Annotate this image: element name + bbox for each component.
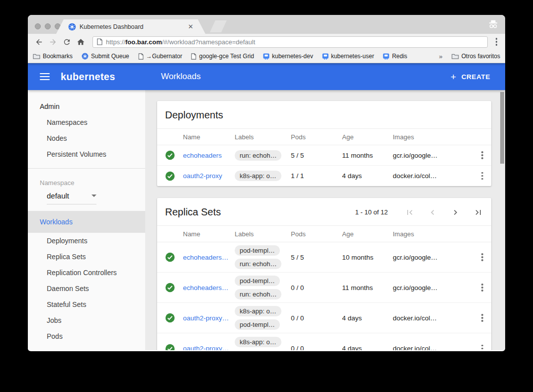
table-row: echoheaders… pod-templ… run: echoh… 5 / …	[157, 242, 491, 273]
sidebar-item-workloads[interactable]: Workloads	[28, 211, 145, 233]
close-window-icon[interactable]	[35, 23, 41, 29]
sidebar-item-stateful-sets[interactable]: Stateful Sets	[28, 296, 145, 312]
images-cell: gcr.io/google…	[393, 284, 473, 292]
status-ok-icon	[165, 283, 175, 293]
row-menu-icon[interactable]	[473, 151, 491, 159]
sidebar-item-daemon-sets[interactable]: Daemon Sets	[28, 281, 145, 296]
plus-icon: +	[450, 72, 456, 82]
reload-icon[interactable]	[61, 36, 73, 48]
previous-page-icon[interactable]	[428, 207, 438, 217]
sidebar-item-deployments[interactable]: Deployments	[28, 233, 145, 249]
replica-sets-title: Replica Sets	[165, 206, 221, 218]
row-menu-icon[interactable]	[473, 345, 491, 350]
incognito-icon	[488, 19, 499, 29]
back-icon[interactable]	[33, 36, 45, 48]
bookmark-test-grid[interactable]: google-gce Test Grid	[191, 53, 254, 60]
scrollbar-thumb[interactable]	[500, 92, 504, 164]
pods-cell: 0 / 0	[291, 314, 342, 322]
table-row: oauth2-proxy… k8s-app: o… pod-templ… 0 /…	[157, 333, 491, 350]
minimize-window-icon[interactable]	[45, 23, 51, 29]
resource-link[interactable]: oauth2-proxy…	[183, 345, 235, 350]
folder-icon	[451, 53, 459, 59]
page-title: Workloads	[161, 72, 201, 82]
bookmark-gubernator[interactable]: →Gubernator	[138, 53, 182, 60]
sidebar-item-pods[interactable]: Pods	[28, 328, 145, 344]
tab-strip: Kubernetes Dashboard ✕	[28, 15, 505, 34]
bookmarks-bar: Bookmarks Submit Queue →Gubernator googl…	[28, 50, 505, 63]
create-button[interactable]: + CREATE	[450, 72, 490, 82]
pagination: 1 - 10 of 12	[355, 207, 483, 217]
pods-cell: 5 / 5	[291, 254, 342, 261]
resource-link[interactable]: echoheaders	[183, 152, 235, 159]
age-cell: 10 months	[342, 254, 393, 261]
sidebar-item-replica-sets[interactable]: Replica Sets	[28, 249, 145, 265]
pods-cell: 0 / 0	[291, 284, 342, 292]
groups-icon	[263, 53, 269, 60]
resource-link[interactable]: echoheaders…	[183, 254, 235, 261]
url-text[interactable]: https://foo.bar.com/#/workload?namespace…	[106, 38, 255, 46]
browser-chrome: Kubernetes Dashboard ✕	[28, 15, 505, 63]
status-ok-icon	[165, 171, 175, 181]
next-page-icon[interactable]	[450, 207, 460, 217]
kubernetes-favicon-icon	[68, 23, 76, 31]
bookmark-folder-bookmarks[interactable]: Bookmarks	[33, 53, 73, 60]
sidebar-item-nodes[interactable]: Nodes	[28, 130, 145, 146]
label-chip: k8s-app: o…	[235, 337, 281, 347]
sidebar-item-namespaces[interactable]: Namespaces	[28, 114, 145, 130]
label-chip: pod-templ…	[235, 350, 280, 351]
images-cell: docker.io/col…	[393, 345, 473, 350]
table-row: echoheaders… pod-templ… run: echoh… 0 / …	[157, 273, 491, 303]
row-menu-icon[interactable]	[473, 253, 491, 261]
browser-tab[interactable]: Kubernetes Dashboard ✕	[56, 19, 205, 34]
images-cell: docker.io/col…	[393, 172, 473, 180]
bookmarks-overflow-icon[interactable]: »	[439, 53, 443, 60]
first-page-icon[interactable]	[405, 207, 415, 217]
pods-cell: 0 / 0	[291, 345, 342, 350]
label-chip: run: echoh…	[235, 150, 281, 161]
status-ok-icon	[165, 344, 175, 351]
browser-menu-icon[interactable]	[493, 38, 501, 46]
app-header: kubernetes Workloads + CREATE	[28, 63, 505, 90]
sidebar-item-persistent-volumes[interactable]: Persistent Volumes	[28, 146, 145, 162]
browser-toolbar: https://foo.bar.com/#/workload?namespace…	[28, 34, 505, 50]
label-chip: run: echoh…	[235, 259, 281, 269]
kubernetes-icon	[82, 53, 89, 60]
home-icon[interactable]	[75, 36, 87, 48]
status-ok-icon	[165, 150, 175, 160]
bookmark-kubernetes-dev[interactable]: kubernetes-dev	[263, 53, 313, 60]
tab-close-icon[interactable]: ✕	[188, 23, 193, 30]
app-body: Admin Namespaces Nodes Persistent Volume…	[28, 90, 505, 350]
age-cell: 4 days	[342, 172, 393, 180]
deployments-card: Deployments Name Labels Pods Age Images …	[157, 101, 491, 186]
resource-link[interactable]: echoheaders…	[183, 284, 235, 292]
sidebar-section-admin[interactable]: Admin	[28, 90, 145, 114]
pagination-label: 1 - 10 of 12	[355, 208, 388, 216]
label-chip: k8s-app: o…	[235, 171, 281, 181]
resource-link[interactable]: oauth2-proxy	[183, 172, 235, 180]
groups-icon	[383, 53, 389, 60]
row-menu-icon[interactable]	[473, 314, 491, 322]
tab-title: Kubernetes Dashboard	[80, 23, 184, 30]
bookmark-folder-otros-favoritos[interactable]: Otros favoritos	[451, 53, 500, 60]
row-menu-icon[interactable]	[473, 172, 491, 180]
hamburger-menu-icon[interactable]	[40, 73, 50, 80]
deployments-title: Deployments	[165, 109, 223, 121]
bookmark-kubernetes-user[interactable]: kubernetes-user	[322, 53, 374, 60]
table-row: echoheaders run: echoh… 5 / 5 11 months …	[157, 145, 491, 166]
bookmark-redis[interactable]: Redis	[383, 53, 407, 60]
forward-icon[interactable]	[47, 36, 59, 48]
last-page-icon[interactable]	[473, 207, 483, 217]
sidebar-item-replication-controllers[interactable]: Replication Controllers	[28, 265, 145, 281]
address-bar[interactable]: https://foo.bar.com/#/workload?namespace…	[92, 36, 488, 48]
namespace-select[interactable]: default	[47, 192, 96, 204]
page-icon[interactable]	[97, 38, 102, 45]
resource-link[interactable]: oauth2-proxy…	[183, 314, 235, 322]
images-cell: docker.io/col…	[393, 314, 473, 322]
age-cell: 11 months	[342, 152, 393, 159]
bookmark-submit-queue[interactable]: Submit Queue	[82, 53, 129, 60]
new-tab-button[interactable]	[210, 20, 227, 32]
row-menu-icon[interactable]	[473, 284, 491, 292]
images-cell: gcr.io/google…	[393, 254, 473, 261]
window-controls[interactable]	[35, 23, 61, 29]
sidebar-item-jobs[interactable]: Jobs	[28, 312, 145, 328]
